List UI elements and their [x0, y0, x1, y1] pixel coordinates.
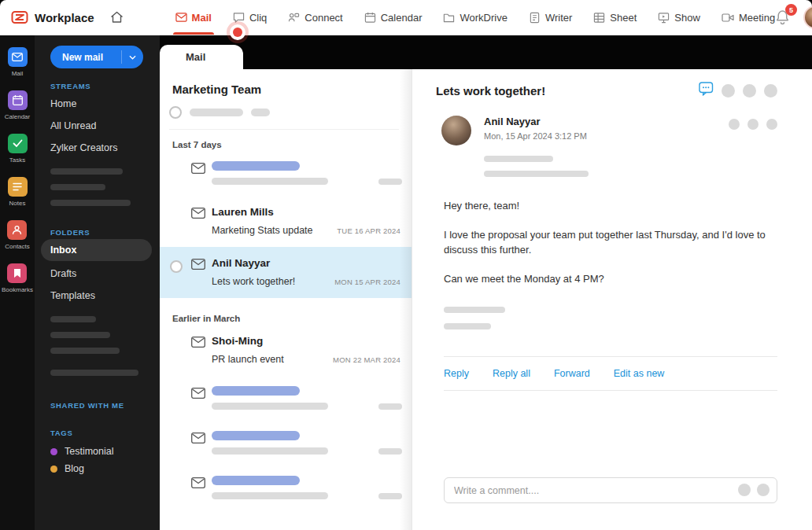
nav-show[interactable]: Show: [658, 0, 700, 35]
select-all-radio[interactable]: [169, 106, 182, 119]
message-action-placeholder[interactable]: [766, 119, 777, 130]
body-paragraph: Can we meet the Monday at 4 PM?: [444, 271, 777, 287]
toolbar-action-placeholder[interactable]: [743, 84, 756, 98]
skeleton-bar: [50, 168, 123, 175]
tab-mail-label: Mail: [186, 51, 205, 63]
shared-section-label: SHARED WITH ME: [50, 401, 160, 410]
nav-sheet[interactable]: Sheet: [593, 0, 637, 35]
skeleton-bar: [190, 109, 243, 116]
mail-item-skeleton[interactable]: [160, 151, 412, 196]
sender-name: Anil Nayyar: [484, 116, 587, 127]
skeleton-bar: [50, 200, 131, 206]
nav-workdrive-label: WorkDrive: [460, 12, 507, 24]
group-label-earlier-in-march: Earlier in March: [160, 298, 412, 325]
sidebar-item-all-unread[interactable]: All Unread: [35, 115, 160, 137]
mail-item-radio[interactable]: [170, 260, 183, 273]
rail-item-mail[interactable]: Mail: [8, 47, 28, 77]
rail-mail-label: Mail: [12, 70, 24, 77]
nav-meeting[interactable]: Meeting: [722, 0, 775, 35]
tag-blog[interactable]: Blog: [35, 457, 160, 474]
comment-action-placeholder[interactable]: [738, 484, 751, 496]
comment-input[interactable]: [444, 477, 777, 503]
nav-mail[interactable]: Mail: [175, 0, 212, 35]
new-mail-button[interactable]: New mail: [50, 46, 143, 68]
reply-link[interactable]: Reply: [444, 368, 469, 379]
rail-bookmarks-label: Bookmarks: [2, 286, 33, 293]
skeleton-bar: [212, 431, 300, 440]
tag-color-dot: [50, 466, 57, 473]
skeleton-bar: [50, 370, 138, 376]
mail-date: MON 22 MAR 2024: [333, 355, 402, 364]
rail-notes-icon: [8, 177, 28, 197]
tab-mail[interactable]: Mail: [160, 45, 243, 69]
divider: [444, 356, 777, 357]
tags-section-label: TAGS: [50, 429, 160, 437]
envelope-icon: [191, 432, 205, 447]
rail-contacts-label: Contacts: [5, 243, 30, 250]
mail-item-lauren-mills[interactable]: Lauren Mills Marketing Stats update TUE …: [160, 196, 412, 247]
skeleton-bar: [444, 307, 505, 313]
skeleton-bar: [50, 332, 110, 338]
rail-item-tasks[interactable]: Tasks: [8, 134, 28, 164]
sidebar-item-home[interactable]: Home: [35, 93, 160, 115]
envelope-icon: [191, 477, 205, 491]
mail-sender: Shoi-Ming: [212, 335, 402, 347]
nav-connect[interactable]: Connect: [288, 0, 342, 35]
nav-workdrive[interactable]: WorkDrive: [443, 0, 507, 35]
skeleton-bar: [212, 386, 300, 396]
envelope-icon: [191, 259, 205, 273]
tag-testimonial[interactable]: Testimonial: [35, 440, 160, 457]
skeleton-bar: [50, 348, 120, 354]
mail-workspace: Marketing Team Last 7 days Lauren Mills …: [160, 69, 812, 530]
sidebar-item-inbox[interactable]: Inbox: [41, 239, 152, 261]
toolbar-action-placeholder[interactable]: [764, 84, 777, 98]
reply-all-link[interactable]: Reply all: [493, 368, 530, 379]
edit-as-new-link[interactable]: Edit as new: [614, 368, 665, 379]
list-title: Marketing Team: [160, 69, 412, 96]
mail-sender: Lauren Mills: [212, 206, 402, 218]
toolbar-action-placeholder[interactable]: [722, 84, 735, 98]
mail-item-skeleton[interactable]: [160, 421, 412, 466]
rail-item-contacts[interactable]: Contacts: [5, 220, 30, 250]
mail-item-shoi-ming[interactable]: Shoi-Ming PR launch event MON 22 MAR 202…: [160, 325, 412, 376]
new-mail-dropdown[interactable]: [121, 50, 143, 64]
forward-link[interactable]: Forward: [554, 368, 590, 379]
user-avatar[interactable]: [803, 6, 812, 29]
sidebar-item-zylker-creators[interactable]: Zylker Creators: [35, 137, 160, 159]
meeting-icon: [722, 13, 734, 23]
sidebar-item-templates[interactable]: Templates: [35, 285, 160, 307]
rail-calendar-label: Calendar: [5, 113, 30, 120]
nav-writer[interactable]: Writer: [529, 0, 572, 35]
rail-tasks-icon: [8, 134, 28, 153]
rail-item-notes[interactable]: Notes: [8, 177, 28, 207]
mail-subject: Lets work together!: [212, 276, 295, 287]
onboarding-pulse-dot[interactable]: [233, 28, 242, 37]
skeleton-bar: [378, 179, 402, 185]
show-icon: [658, 12, 670, 24]
comments-icon[interactable]: [699, 82, 714, 99]
rail-item-bookmarks[interactable]: Bookmarks: [2, 263, 33, 293]
sender-avatar: [441, 116, 471, 145]
nav-mail-label: Mail: [192, 12, 212, 24]
home-button[interactable]: [110, 11, 124, 24]
message-action-placeholder[interactable]: [729, 119, 740, 130]
envelope-icon: [191, 208, 205, 222]
notifications-button[interactable]: 5: [775, 9, 791, 25]
comment-action-placeholder[interactable]: [757, 484, 770, 496]
rail-item-calendar[interactable]: Calendar: [5, 90, 30, 120]
message-datetime: Mon, 15 Apr 2024 3:12 PM: [484, 131, 587, 141]
skeleton-bar: [212, 476, 300, 485]
message-action-placeholder[interactable]: [747, 119, 758, 130]
mail-item-skeleton[interactable]: [160, 466, 412, 510]
nav-calendar[interactable]: Calendar: [364, 0, 423, 35]
rail-calendar-icon: [8, 90, 28, 110]
sidebar-item-drafts[interactable]: Drafts: [35, 263, 160, 285]
mail-item-anil-nayyar[interactable]: Anil Nayyar Lets work together! MON 15 A…: [160, 247, 412, 298]
message-actions: Reply Reply all Forward Edit as new: [444, 368, 777, 379]
top-nav: Mail Cliq Connect Calendar: [175, 0, 776, 35]
home-icon: [110, 11, 124, 24]
new-mail-label: New mail: [50, 52, 103, 63]
mail-item-skeleton[interactable]: [160, 376, 412, 421]
mail-list-panel: Marketing Team Last 7 days Lauren Mills …: [160, 69, 412, 530]
notification-badge: 5: [785, 4, 797, 16]
